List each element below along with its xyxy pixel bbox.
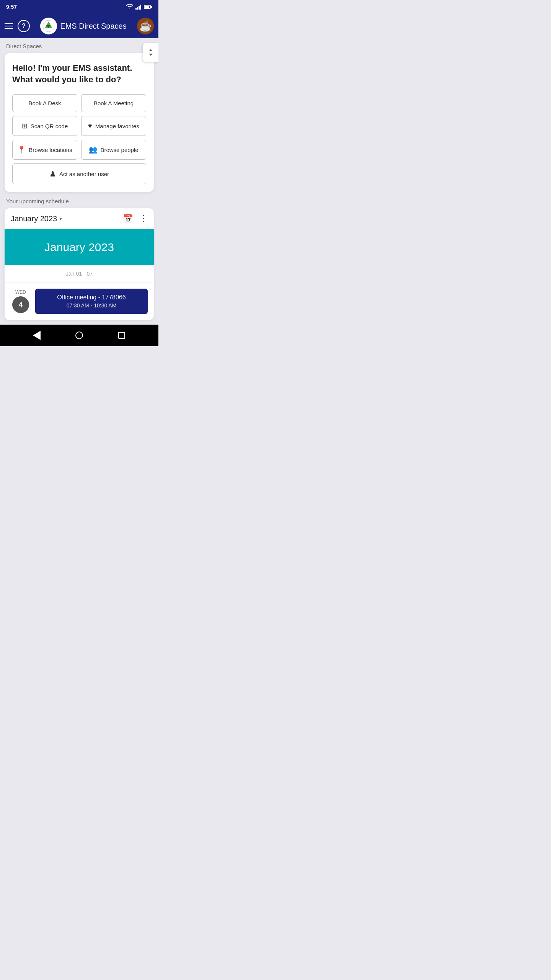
- more-options-icon[interactable]: ⋮: [139, 214, 148, 224]
- schedule-header: January 2023 ▾ 📅 ⋮: [5, 208, 154, 229]
- calendar-icon[interactable]: 📅: [123, 214, 133, 224]
- direct-spaces-label: Direct Spaces: [5, 43, 154, 49]
- home-icon: [75, 332, 83, 339]
- app-title: EMS Direct Spaces: [60, 22, 126, 31]
- assistant-greeting: Hello! I'm your EMS assistant. What woul…: [12, 62, 146, 85]
- svg-rect-0: [135, 8, 137, 10]
- content-area: Direct Spaces Hello! I'm your EMS assist…: [0, 38, 158, 325]
- recent-icon: [118, 332, 125, 339]
- action-row-3: 📍 Browse locations 👥 Browse people: [12, 140, 146, 160]
- menu-button[interactable]: [5, 23, 13, 29]
- svg-rect-2: [139, 6, 140, 10]
- heart-icon: ♥: [88, 122, 92, 130]
- event-row: WED 4 Office meeting - 1778066 07:30 AM …: [5, 283, 154, 320]
- nav-back-button[interactable]: [31, 329, 43, 341]
- browse-locations-button[interactable]: 📍 Browse locations: [12, 140, 77, 160]
- logo-circle: [40, 18, 57, 34]
- schedule-actions: 📅 ⋮: [123, 214, 148, 224]
- qr-icon: ⊞: [22, 122, 28, 130]
- schedule-section: January 2023 ▾ 📅 ⋮ January 2023 Jan 01 -…: [5, 208, 154, 320]
- svg-rect-3: [140, 5, 141, 10]
- event-time: 07:30 AM - 10:30 AM: [41, 302, 142, 309]
- status-icons: [126, 4, 152, 10]
- month-banner: January 2023: [5, 229, 154, 265]
- status-bar: 9:57: [0, 0, 158, 14]
- act-as-user-button[interactable]: ♟ Act as another user: [12, 163, 146, 184]
- day-number: 4: [12, 296, 29, 313]
- book-meeting-button[interactable]: Book A Meeting: [81, 94, 146, 112]
- month-year-label: January 2023: [11, 214, 57, 223]
- logo-icon: [42, 20, 55, 32]
- action-row-2: ⊞ Scan QR code ♥ Manage favorites: [12, 116, 146, 136]
- assistant-card: Hello! I'm your EMS assistant. What woul…: [5, 53, 154, 192]
- status-time: 9:57: [6, 4, 17, 10]
- action-row-1: Book A Desk Book A Meeting: [12, 94, 146, 112]
- event-title: Office meeting - 1778066: [41, 294, 142, 301]
- month-selector[interactable]: January 2023 ▾: [11, 214, 62, 223]
- user-switch-icon: ♟: [49, 169, 56, 178]
- action-row-4: ♟ Act as another user: [12, 163, 146, 184]
- month-dropdown-arrow: ▾: [59, 216, 62, 222]
- app-logo-area: EMS Direct Spaces: [34, 18, 132, 34]
- back-icon: [33, 331, 41, 340]
- schedule-section-label: Your upcoming schedule: [5, 198, 154, 204]
- nav-recent-button[interactable]: [116, 329, 128, 341]
- scroll-button[interactable]: [143, 43, 158, 62]
- help-button[interactable]: ?: [18, 20, 30, 32]
- day-indicator: WED 4: [11, 289, 31, 313]
- user-avatar[interactable]: ☕: [137, 18, 154, 34]
- location-icon: 📍: [17, 145, 26, 154]
- nav-home-button[interactable]: [73, 329, 85, 341]
- manage-favorites-button[interactable]: ♥ Manage favorites: [81, 116, 146, 136]
- people-icon: 👥: [89, 145, 97, 154]
- app-bar: ? EMS Direct Spaces ☕: [0, 14, 158, 38]
- day-name: WED: [15, 289, 26, 295]
- wifi-icon: [126, 4, 133, 10]
- scroll-arrows-icon: [147, 48, 154, 57]
- book-desk-button[interactable]: Book A Desk: [12, 94, 77, 112]
- battery-icon: [144, 5, 152, 9]
- event-card[interactable]: Office meeting - 1778066 07:30 AM - 10:3…: [35, 289, 148, 314]
- svg-rect-1: [137, 7, 138, 10]
- action-buttons: Book A Desk Book A Meeting ⊞ Scan QR cod…: [12, 94, 146, 184]
- signal-icon: [135, 4, 142, 10]
- browse-people-button[interactable]: 👥 Browse people: [81, 140, 146, 160]
- svg-rect-7: [145, 6, 149, 8]
- bottom-nav: [0, 325, 158, 346]
- week-range: Jan 01 - 07: [5, 265, 154, 283]
- svg-rect-5: [151, 6, 152, 8]
- scan-qr-button[interactable]: ⊞ Scan QR code: [12, 116, 77, 136]
